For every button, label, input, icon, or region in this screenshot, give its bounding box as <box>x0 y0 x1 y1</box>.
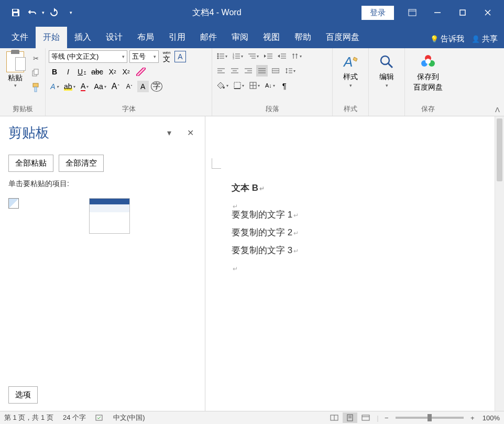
redo-icon[interactable] <box>47 5 61 20</box>
paste-icon[interactable] <box>6 51 24 72</box>
italic-button[interactable]: I <box>62 66 74 78</box>
shrink-font-button[interactable]: A˅ <box>124 81 135 92</box>
doc-line-3[interactable]: 要复制的文字 3 <box>232 242 494 259</box>
phonetic-guide-icon[interactable]: wén文 <box>161 51 172 62</box>
pane-title: 剪贴板 <box>8 124 49 142</box>
underline-button[interactable]: U <box>76 66 87 78</box>
tab-insert[interactable]: 插入 <box>67 27 98 48</box>
tab-review[interactable]: 审阅 <box>224 27 256 48</box>
font-color-button[interactable]: A <box>79 81 91 92</box>
language-indicator[interactable]: 中文(中国) <box>113 413 145 422</box>
zoom-in-button[interactable]: + <box>468 414 477 422</box>
share-button[interactable]: 共享 <box>472 34 498 44</box>
change-case-button[interactable]: Aa <box>93 81 108 92</box>
tab-mailings[interactable]: 邮件 <box>193 27 224 48</box>
grow-font-button[interactable]: A˄ <box>110 81 122 92</box>
scroll-thumb[interactable] <box>497 118 502 181</box>
zoom-slider-knob[interactable] <box>428 414 432 421</box>
bullets-icon[interactable] <box>215 50 229 62</box>
borders-icon[interactable] <box>232 80 246 91</box>
distributed-icon[interactable] <box>270 65 281 77</box>
vertical-scrollbar[interactable] <box>495 116 504 411</box>
multilevel-list-icon[interactable] <box>247 50 260 62</box>
group-label-clipboard: 剪贴板 <box>3 103 42 115</box>
pane-close-icon[interactable]: ✕ <box>184 127 196 139</box>
superscript-button[interactable]: X2 <box>120 66 132 78</box>
close-icon[interactable] <box>476 4 500 21</box>
tell-me-button[interactable]: 告诉我 <box>430 34 464 44</box>
align-center-icon[interactable] <box>229 65 240 77</box>
decrease-indent-icon[interactable] <box>262 50 274 62</box>
title-bar: ▾ ▾ 文档4 - Word 登录 <box>0 0 504 25</box>
svg-point-14 <box>217 56 219 57</box>
editing-button[interactable]: 编辑▾ <box>374 51 399 89</box>
options-button[interactable]: 选项 <box>8 386 38 404</box>
strikethrough-button[interactable]: abc <box>90 66 105 78</box>
highlight-button[interactable]: ab <box>62 81 77 92</box>
tab-references[interactable]: 引用 <box>161 27 193 48</box>
tab-view[interactable]: 视图 <box>256 27 287 48</box>
doc-line-1[interactable]: 要复制的文字 1 <box>232 206 494 224</box>
paste-button[interactable]: 粘贴 <box>8 73 23 83</box>
font-name-combo[interactable]: 等线 (中文正文)▾ <box>49 50 127 63</box>
bold-button[interactable]: B <box>49 66 60 78</box>
align-right-icon[interactable] <box>243 65 254 77</box>
format-painter-icon[interactable] <box>29 82 42 93</box>
page-indicator[interactable]: 第 1 页，共 1 页 <box>4 413 53 422</box>
undo-icon[interactable] <box>25 5 40 20</box>
show-marks-icon[interactable]: ¶ <box>279 80 290 91</box>
subscript-button[interactable]: X2 <box>107 66 118 78</box>
zoom-slider[interactable] <box>396 417 464 419</box>
doc-line-2[interactable]: 要复制的文字 2 <box>232 224 494 242</box>
clipboard-item[interactable] <box>8 198 196 234</box>
align-left-icon[interactable] <box>215 65 227 77</box>
zoom-level[interactable]: 100% <box>483 414 500 422</box>
tab-file[interactable]: 文件 <box>4 27 36 48</box>
clear-format-icon[interactable] <box>134 66 148 78</box>
doc-line-end[interactable] <box>232 259 494 268</box>
document-area[interactable]: 文本 B 要复制的文字 1 要复制的文字 2 要复制的文字 3 <box>205 116 504 411</box>
read-mode-icon[interactable] <box>327 412 342 423</box>
numbering-icon[interactable]: 123 <box>231 50 245 62</box>
maximize-icon[interactable] <box>451 4 475 21</box>
clear-all-button[interactable]: 全部清空 <box>59 155 104 172</box>
snap-grid-icon[interactable] <box>248 80 261 91</box>
sort-icon[interactable]: A↓ <box>264 80 277 91</box>
styles-button[interactable]: A 样式▾ <box>338 51 363 89</box>
character-border-icon[interactable]: A <box>174 51 186 62</box>
print-layout-icon[interactable] <box>343 412 357 423</box>
tab-baidu[interactable]: 百度网盘 <box>319 27 367 48</box>
font-size-combo[interactable]: 五号▾ <box>129 50 159 63</box>
asian-layout-icon[interactable] <box>290 50 303 62</box>
zoom-out-button[interactable]: − <box>382 414 391 422</box>
copy-icon[interactable] <box>29 67 42 79</box>
doc-line-empty[interactable] <box>232 197 494 206</box>
minimize-icon[interactable] <box>425 4 450 21</box>
paste-all-button[interactable]: 全部粘贴 <box>8 155 53 172</box>
window-controls: 登录 <box>361 4 500 21</box>
word-count[interactable]: 24 个字 <box>63 413 86 422</box>
character-shading-icon[interactable]: A <box>137 81 149 92</box>
login-button[interactable]: 登录 <box>361 6 394 20</box>
tab-help[interactable]: 帮助 <box>287 27 319 48</box>
increase-indent-icon[interactable] <box>276 50 288 62</box>
web-layout-icon[interactable] <box>358 412 373 423</box>
cut-icon[interactable]: ✂ <box>29 52 42 64</box>
line-spacing-icon[interactable] <box>283 65 297 77</box>
pane-options-dropdown-icon[interactable]: ▾ <box>163 127 176 139</box>
save-to-baidu-button[interactable]: 保存到 百度网盘 <box>410 51 446 93</box>
group-editing: 编辑▾ <box>369 48 405 116</box>
proofing-icon[interactable] <box>95 414 104 421</box>
tab-layout[interactable]: 布局 <box>130 27 161 48</box>
save-icon[interactable] <box>8 5 23 20</box>
justify-icon[interactable] <box>256 65 268 77</box>
tab-design[interactable]: 设计 <box>98 27 130 48</box>
text-effects-button[interactable]: A <box>49 81 60 92</box>
doc-line-heading[interactable]: 文本 B <box>232 179 494 197</box>
tab-home[interactable]: 开始 <box>36 27 67 48</box>
undo-dropdown-icon[interactable]: ▾ <box>42 10 45 15</box>
collapse-ribbon-icon[interactable]: ᐱ <box>495 106 500 114</box>
ribbon-display-icon[interactable] <box>400 4 424 21</box>
shading-icon[interactable] <box>215 80 230 91</box>
enclose-character-icon[interactable]: 字 <box>151 81 162 92</box>
